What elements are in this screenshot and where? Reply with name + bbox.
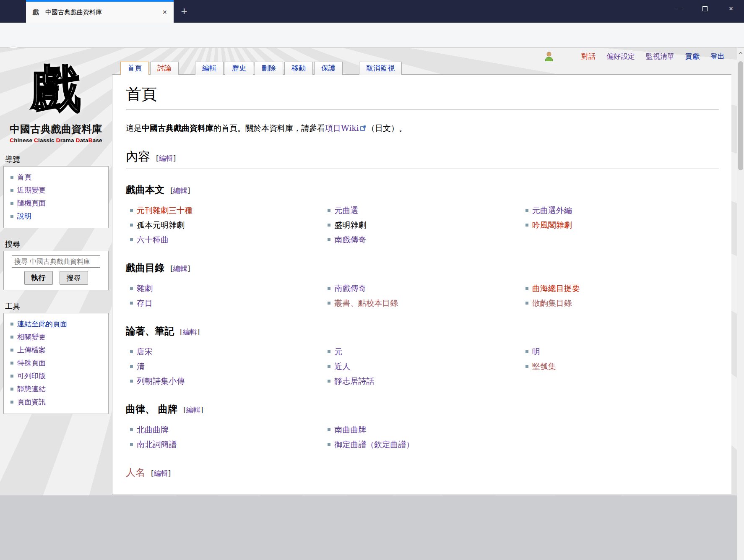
plain-text-entry: 盛明雜劇 [334,220,366,229]
content-list-item: 叢書、點校本目錄 [323,296,521,310]
content-list-item: 近人 [323,359,521,374]
external-link-icon [360,125,366,131]
content-list-item: 靜志居詩話 [323,374,521,388]
page-tab[interactable]: 保護 [314,62,343,75]
page-tab[interactable]: 歷史 [225,62,253,75]
window-minimize-button[interactable] [666,0,692,18]
sidebar-link[interactable]: 特殊頁面 [17,359,46,367]
content-link[interactable]: 南戲傳奇 [334,235,366,244]
scrollbar-thumb[interactable] [738,61,743,170]
content-link[interactable]: 北曲曲牌 [137,425,169,434]
browser-tab[interactable]: 戲 中國古典戲曲資料庫 × [26,0,174,23]
sidebar-link-item: 隨機頁面 [6,197,106,210]
browser-tab-title: 中國古典戲曲資料庫 [45,8,160,16]
window-maximize-button[interactable] [692,0,718,18]
content-list-item: 明 [521,344,719,359]
go-button[interactable]: 執行 [24,271,53,285]
content-link[interactable]: 元曲選 [334,206,358,215]
main-column: 首頁討論編輯歷史刪除移動保護取消監視 首頁 這是中國古典戲曲資料庫的首頁。關於本… [112,48,737,495]
navigation-portlet: 導覽 首頁近期變更隨機頁面說明 [3,154,109,228]
content-list-item: 元曲選外編 [521,203,719,218]
content-link[interactable]: 唐宋 [137,347,153,356]
content-link[interactable]: 堅瓠集 [532,362,556,371]
page-tab[interactable]: 編輯 [195,62,224,75]
edit-section-link[interactable]: 編輯 [183,328,197,336]
page-tab[interactable]: 討論 [150,62,179,75]
sidebar-link[interactable]: 隨機頁面 [17,199,46,207]
content-list-item: 南曲曲牌 [323,422,521,437]
content-link[interactable]: 南戲傳奇 [334,284,366,293]
edit-section-link[interactable]: 編輯 [173,186,187,195]
site-logo-title: 中國古典戲曲資料庫 [0,122,112,136]
content-link[interactable]: 清 [137,362,145,371]
content-link[interactable]: 南曲曲牌 [334,425,366,434]
content-list-item: 御定曲譜（欽定曲譜） [323,437,521,452]
sidebar-link[interactable]: 靜態連結 [17,385,46,393]
page-tab[interactable]: 取消監視 [359,62,402,75]
content-link[interactable]: 叢書、點校本目錄 [334,298,398,307]
content-link[interactable]: 雜劇 [137,284,153,293]
edit-section-link[interactable]: 編輯 [154,469,168,477]
sidebar-link[interactable]: 近期變更 [17,186,46,194]
content-list-item: 堅瓠集 [521,359,719,374]
content-list-item: 吟風閣雜劇 [521,218,719,232]
window-close-button[interactable]: × [718,0,744,18]
section-heading: 論著、筆記[編輯] [126,325,719,338]
section-heading: 人名[編輯] [126,466,719,479]
edit-section-link[interactable]: 編輯 [173,264,187,273]
content-list-item: 六十種曲 [126,232,323,247]
contents-heading: 內容[編輯] [126,148,719,169]
search-button[interactable]: 搜尋 [60,271,88,285]
sidebar-link[interactable]: 頁面資訊 [17,398,46,406]
content-list-item: 清 [126,359,323,374]
content-link[interactable]: 吟風閣雜劇 [532,220,572,229]
tools-header: 工具 [3,301,109,313]
wiki-search-input[interactable] [12,255,100,268]
content-link[interactable]: 曲海總目提要 [532,284,580,293]
content-link[interactable]: 元刊雜劇三十種 [137,206,193,215]
section-heading: 曲律、 曲牌[編輯] [126,403,719,416]
content-link[interactable]: 元 [334,347,342,356]
page-tab[interactable]: 首頁 [120,62,149,75]
search-portlet: 搜尋 執行 搜尋 [3,239,109,290]
section-link-grid: 雜劇存目南戲傳奇叢書、點校本目錄曲海總目提要散齣集目錄 [126,281,719,310]
sidebar-link-item: 特殊頁面 [6,357,106,370]
content-link[interactable]: 六十種曲 [137,235,169,244]
page-tab[interactable]: 移動 [284,62,313,75]
content-link[interactable]: 近人 [334,362,350,371]
browser-toolbar: ccddl 110% ••• 検索 f UO f ABP [0,23,744,48]
content-link[interactable]: 散齣集目錄 [532,298,572,307]
content-link[interactable]: 元曲選外編 [532,206,572,215]
page-tab[interactable]: 刪除 [255,62,283,75]
sidebar-link-item: 近期變更 [6,184,106,197]
sidebar-link-item: 說明 [6,210,106,223]
content-list-item: 南北詞簡譜 [126,437,323,452]
plain-text-entry: 孤本元明雜劇 [137,220,185,229]
edit-section-link[interactable]: 編輯 [159,154,173,162]
site-logo[interactable]: 戲 中國古典戲曲資料庫 Chinese Classic Drama DataBa… [0,48,112,143]
sidebar-link[interactable]: 可列印版 [17,372,46,380]
section-link-grid: 北曲曲牌南北詞簡譜南曲曲牌御定曲譜（欽定曲譜） [126,422,719,452]
scroll-up-icon[interactable]: ^ [737,48,744,57]
section-heading: 戲曲目錄[編輯] [126,261,719,274]
section-link-grid: 唐宋清列朝詩集小傳元近人靜志居詩話明堅瓠集 [126,344,719,388]
intro-prefix: 這是 [126,123,142,133]
content-link[interactable]: 靜志居詩話 [334,376,374,385]
new-tab-button[interactable]: + [178,5,190,18]
page-title: 首頁 [126,84,719,109]
tab-close-icon[interactable]: × [160,8,169,17]
sidebar-link[interactable]: 說明 [17,212,31,220]
content-link[interactable]: 御定曲譜（欽定曲譜） [334,440,414,449]
content-link[interactable]: 列朝詩集小傳 [137,376,185,385]
sidebar-link[interactable]: 首頁 [17,173,31,181]
content-link[interactable]: 明 [532,347,540,356]
content-link[interactable]: 存目 [137,298,153,307]
content-link[interactable]: 南北詞簡譜 [137,440,177,449]
vertical-scrollbar[interactable]: ^ [737,48,744,560]
project-wiki-link[interactable]: 項目Wiki [325,123,359,133]
sidebar-link[interactable]: 連結至此的頁面 [17,320,67,328]
content-list-item: 存目 [126,296,323,310]
edit-section-link[interactable]: 編輯 [186,406,200,414]
sidebar-link[interactable]: 上傳檔案 [17,346,46,354]
sidebar-link[interactable]: 相關變更 [17,333,46,341]
